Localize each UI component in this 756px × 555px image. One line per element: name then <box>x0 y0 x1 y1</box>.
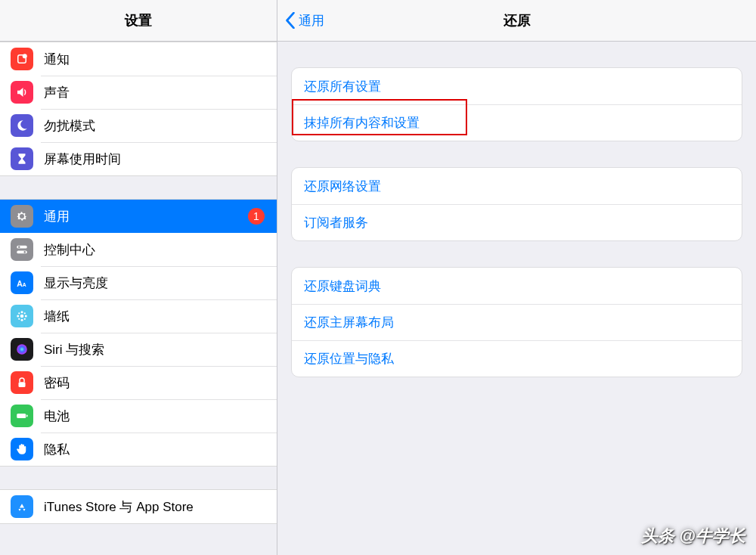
sidebar-item-label: 通知 <box>44 51 70 68</box>
svg-point-16 <box>24 318 26 320</box>
notification-badge: 1 <box>248 208 265 225</box>
back-label: 通用 <box>299 12 324 29</box>
sidebar-item-label: 隐私 <box>44 441 70 458</box>
sidebar-item-notifications[interactable]: 通知 <box>0 42 277 76</box>
content-pane: 通用 还原 还原所有设置抹掉所有内容和设置还原网络设置订阅者服务还原键盘词典还原… <box>277 0 756 555</box>
content-body: 还原所有设置抹掉所有内容和设置还原网络设置订阅者服务还原键盘词典还原主屏幕布局还… <box>277 42 756 377</box>
sidebar-item-text-size[interactable]: AA显示与亮度 <box>0 266 277 299</box>
sidebar-item-label: iTunes Store 与 App Store <box>44 498 194 516</box>
svg-rect-18 <box>19 382 26 387</box>
svg-point-4 <box>18 246 20 248</box>
content-header: 通用 还原 <box>277 0 756 42</box>
appstore-icon <box>11 495 33 518</box>
content-group: 还原键盘词典还原主屏幕布局还原位置与隐私 <box>291 267 742 377</box>
sidebar-item-label: 电池 <box>44 408 70 425</box>
svg-rect-19 <box>17 414 26 418</box>
sidebar-item-moon[interactable]: 勿扰模式 <box>0 109 277 142</box>
sidebar-item-appstore[interactable]: iTunes Store 与 App Store <box>0 490 277 523</box>
svg-rect-20 <box>26 415 28 417</box>
svg-point-14 <box>24 312 26 314</box>
sidebar-item-sound[interactable]: 声音 <box>0 76 277 109</box>
reset-option[interactable]: 还原网络设置 <box>292 168 742 204</box>
sound-icon <box>11 81 33 104</box>
wallpaper-icon <box>11 305 33 327</box>
sidebar-group: 通用1控制中心AA显示与亮度墙纸Siri 与搜索密码电池隐私 <box>0 199 277 467</box>
chevron-left-icon <box>285 12 296 29</box>
lock-icon <box>11 371 33 394</box>
sidebar-item-wallpaper[interactable]: 墙纸 <box>0 299 277 333</box>
sidebar-item-battery[interactable]: 电池 <box>0 399 277 433</box>
sidebar-item-label: 声音 <box>44 84 70 101</box>
svg-point-9 <box>21 311 23 313</box>
sidebar-item-label: 控制中心 <box>44 241 95 259</box>
sidebar-item-label: 勿扰模式 <box>44 117 95 135</box>
svg-text:A: A <box>23 282 26 287</box>
settings-app: 设置 通知声音勿扰模式屏幕使用时间通用1控制中心AA显示与亮度墙纸Siri 与搜… <box>0 0 756 555</box>
siri-icon <box>11 338 33 361</box>
sidebar-item-siri[interactable]: Siri 与搜索 <box>0 333 277 366</box>
hourglass-icon <box>11 147 33 170</box>
hand-icon <box>11 438 33 460</box>
back-button[interactable]: 通用 <box>277 12 324 29</box>
sidebar-group: 通知声音勿扰模式屏幕使用时间 <box>0 42 277 176</box>
svg-point-13 <box>18 312 20 314</box>
text-size-icon: AA <box>11 271 33 294</box>
svg-point-1 <box>23 54 27 58</box>
sidebar: 设置 通知声音勿扰模式屏幕使用时间通用1控制中心AA显示与亮度墙纸Siri 与搜… <box>0 0 277 555</box>
moon-icon <box>11 114 33 137</box>
svg-point-10 <box>21 319 23 321</box>
svg-point-17 <box>17 344 27 355</box>
svg-point-15 <box>18 318 20 320</box>
sidebar-item-label: 通用 <box>44 208 70 225</box>
sidebar-item-label: 密码 <box>44 374 70 392</box>
gear-icon <box>11 205 33 228</box>
svg-point-11 <box>17 315 19 318</box>
svg-point-8 <box>20 315 24 318</box>
sidebar-item-hand[interactable]: 隐私 <box>0 433 277 466</box>
sidebar-item-switches[interactable]: 控制中心 <box>0 233 277 266</box>
reset-option[interactable]: 抹掉所有内容和设置 <box>292 104 742 141</box>
svg-point-5 <box>23 251 26 253</box>
reset-option[interactable]: 还原所有设置 <box>292 68 742 104</box>
reset-option[interactable]: 订阅者服务 <box>292 204 742 240</box>
switches-icon <box>11 238 33 261</box>
battery-icon <box>11 405 33 427</box>
sidebar-title: 设置 <box>125 11 152 29</box>
content-group: 还原网络设置订阅者服务 <box>291 167 742 241</box>
reset-option[interactable]: 还原主屏幕布局 <box>292 304 742 340</box>
sidebar-item-label: 屏幕使用时间 <box>44 150 121 168</box>
sidebar-header: 设置 <box>0 0 277 42</box>
reset-option[interactable]: 还原键盘词典 <box>292 268 742 304</box>
sidebar-item-gear[interactable]: 通用1 <box>0 200 277 233</box>
reset-option[interactable]: 还原位置与隐私 <box>292 340 742 377</box>
sidebar-item-label: 显示与亮度 <box>44 274 108 292</box>
sidebar-item-label: Siri 与搜索 <box>44 341 104 358</box>
content-group: 还原所有设置抹掉所有内容和设置 <box>291 67 742 141</box>
sidebar-item-label: 墙纸 <box>44 308 70 325</box>
sidebar-group: iTunes Store 与 App Store <box>0 489 277 524</box>
svg-point-12 <box>25 315 27 318</box>
sidebar-item-lock[interactable]: 密码 <box>0 366 277 399</box>
content-title: 还原 <box>277 11 756 29</box>
sidebar-item-hourglass[interactable]: 屏幕使用时间 <box>0 142 277 175</box>
notifications-icon <box>11 48 33 70</box>
